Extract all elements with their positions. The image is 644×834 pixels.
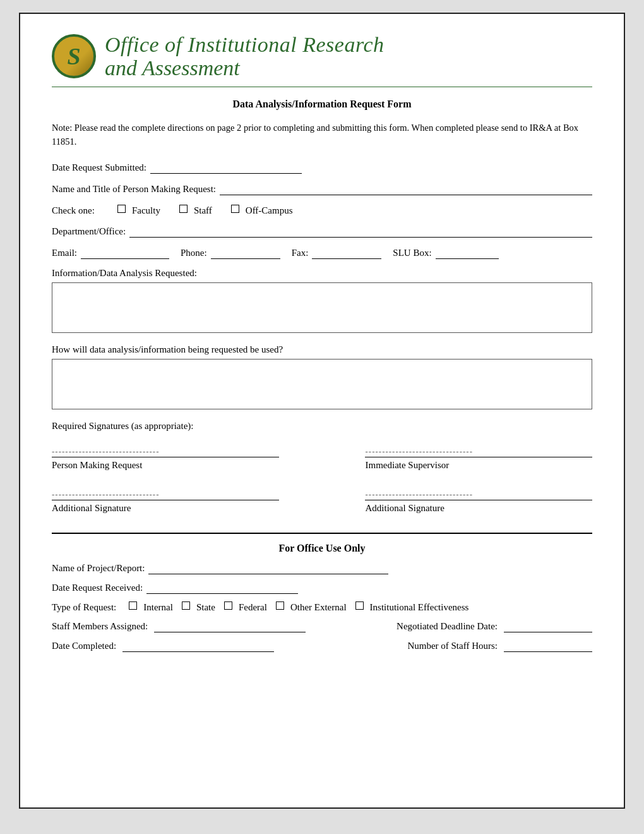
negotiated-deadline-col: Negotiated Deadline Date: (397, 621, 592, 632)
email-field: Email: (52, 248, 169, 259)
phone-field: Phone: (181, 248, 280, 259)
form-page: S Office of Institutional Research and A… (19, 13, 625, 809)
sig-block-additional-right: -------------------------------- Additio… (365, 490, 592, 514)
staff-label: Staff (194, 205, 212, 216)
internal-label: Internal (143, 602, 173, 613)
staff-deadline-row: Staff Members Assigned: Negotiated Deadl… (52, 621, 592, 632)
completed-hours-row: Date Completed: Number of Staff Hours: (52, 641, 592, 652)
project-report-row: Name of Project/Report: (52, 563, 592, 574)
phone-label: Phone: (181, 248, 207, 258)
federal-label: Federal (239, 602, 267, 613)
other-external-label: Other External (290, 602, 347, 613)
other-external-checkbox-box[interactable] (276, 601, 284, 610)
faculty-label: Faculty (132, 205, 160, 216)
checkbox-staff[interactable]: Staff (179, 205, 212, 216)
logo-letter: S (67, 42, 80, 70)
state-label: State (196, 602, 215, 613)
form-note: Note: Please read the complete direction… (52, 121, 592, 149)
staff-hours-input[interactable] (504, 641, 592, 652)
offcampus-checkbox-box[interactable] (231, 205, 239, 213)
sig-name-person: Person Making Request (52, 460, 279, 471)
phone-input[interactable] (211, 248, 280, 259)
date-completed-col: Date Completed: (52, 641, 274, 652)
date-request-label: Date Request Submitted: (52, 162, 146, 173)
sig-dashes-additional-right: -------------------------------- (365, 490, 592, 500)
sig-row-1: -------------------------------- Person … (52, 447, 592, 471)
sig-block-supervisor: -------------------------------- Immedia… (365, 447, 592, 471)
header-title-line1: Office of Institutional Research (105, 33, 385, 56)
type-request-row: Type of Request: Internal State Federal … (52, 602, 592, 613)
offcampus-label: Off-Campus (246, 205, 293, 216)
fax-input[interactable] (312, 248, 381, 259)
type-institutional-effectiveness[interactable]: Institutional Effectiveness (355, 602, 469, 613)
state-checkbox-box[interactable] (182, 601, 190, 610)
office-section: For Office Use Only Name of Project/Repo… (52, 533, 592, 652)
date-received-row: Date Request Received: (52, 583, 592, 594)
date-received-input[interactable] (146, 583, 298, 594)
email-label: Email: (52, 248, 77, 258)
type-state[interactable]: State (182, 602, 215, 613)
sig-name-additional-left: Additional Signature (52, 503, 279, 514)
staff-hours-label: Number of Staff Hours: (407, 641, 498, 651)
name-title-label: Name and Title of Person Making Request: (52, 184, 216, 195)
fax-field: Fax: (292, 248, 382, 259)
email-input[interactable] (81, 248, 169, 259)
sig-dashes-additional-left: -------------------------------- (52, 490, 279, 500)
name-title-input[interactable] (220, 184, 592, 195)
name-title-row: Name and Title of Person Making Request: (52, 184, 592, 195)
type-internal[interactable]: Internal (129, 602, 173, 613)
checkbox-faculty[interactable]: Faculty (117, 205, 160, 216)
sig-block-person: -------------------------------- Person … (52, 447, 279, 471)
project-report-input[interactable] (148, 563, 388, 574)
date-request-input[interactable] (150, 162, 302, 174)
type-federal[interactable]: Federal (224, 602, 267, 613)
check-one-row: Check one: Faculty Staff Off-Campus (52, 205, 592, 216)
date-completed-input[interactable] (122, 641, 274, 652)
type-request-label: Type of Request: (52, 602, 116, 613)
date-completed-label: Date Completed: (52, 641, 116, 651)
header-title-line2: and Assessment (105, 56, 385, 80)
slu-box-input[interactable] (436, 248, 499, 259)
staff-assigned-input[interactable] (154, 621, 306, 632)
project-report-label: Name of Project/Report: (52, 563, 145, 574)
negotiated-deadline-label: Negotiated Deadline Date: (397, 621, 498, 632)
check-one-label: Check one: (52, 205, 95, 216)
sig-dashes-supervisor: -------------------------------- (365, 447, 592, 457)
sig-dashes-person: -------------------------------- (52, 447, 279, 457)
form-title: Data Analysis/Information Request Form (52, 99, 592, 110)
staff-checkbox-box[interactable] (179, 205, 188, 213)
ie-checkbox-box[interactable] (355, 601, 364, 610)
how-used-textarea[interactable] (52, 359, 592, 409)
header-text: Office of Institutional Research and Ass… (105, 33, 385, 80)
negotiated-deadline-input[interactable] (504, 621, 592, 632)
signatures-label: Required Signatures (as appropriate): (52, 421, 592, 432)
type-other-external[interactable]: Other External (276, 602, 347, 613)
date-received-label: Date Request Received: (52, 583, 143, 593)
sig-block-additional-left: -------------------------------- Additio… (52, 490, 279, 514)
ie-label: Institutional Effectiveness (370, 602, 469, 613)
date-request-row: Date Request Submitted: (52, 162, 592, 174)
sig-name-additional-right: Additional Signature (365, 503, 592, 514)
office-title: For Office Use Only (52, 543, 592, 554)
info-requested-label: Information/Data Analysis Requested: (52, 268, 592, 279)
staff-hours-col: Number of Staff Hours: (407, 641, 592, 652)
dept-input[interactable] (129, 226, 592, 238)
dept-row: Department/Office: (52, 226, 592, 238)
header: S Office of Institutional Research and A… (52, 33, 592, 80)
slu-box-field: SLU Box: (393, 248, 498, 259)
header-divider (52, 87, 592, 87)
faculty-checkbox-box[interactable] (117, 205, 126, 213)
federal-checkbox-box[interactable] (224, 601, 232, 610)
info-requested-textarea[interactable] (52, 282, 592, 333)
internal-checkbox-box[interactable] (129, 601, 137, 610)
fax-label: Fax: (292, 248, 309, 258)
how-used-label: How will data analysis/information being… (52, 344, 592, 355)
dept-label: Department/Office: (52, 226, 126, 237)
logo: S (52, 34, 96, 78)
checkbox-offcampus[interactable]: Off-Campus (231, 205, 293, 216)
contact-row: Email: Phone: Fax: SLU Box: (52, 248, 592, 259)
staff-assigned-col: Staff Members Assigned: (52, 621, 306, 632)
sig-row-2: -------------------------------- Additio… (52, 490, 592, 514)
sig-name-supervisor: Immediate Supervisor (365, 460, 592, 471)
staff-assigned-label: Staff Members Assigned: (52, 621, 148, 632)
